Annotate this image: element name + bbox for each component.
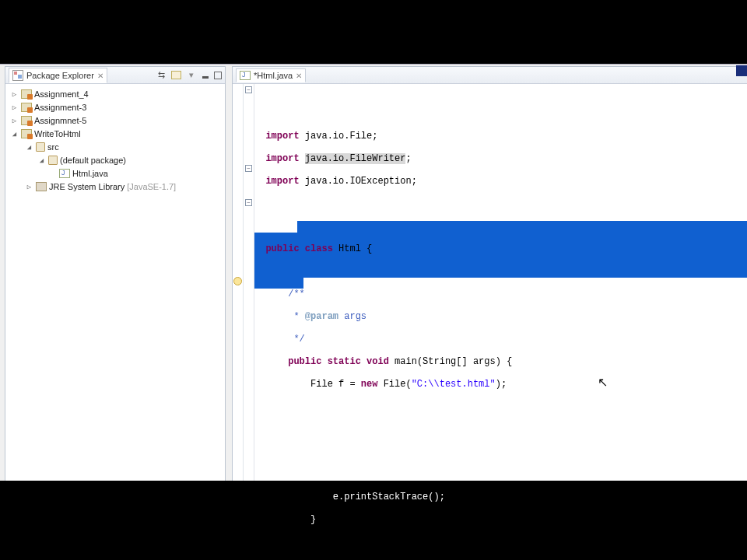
- letterbox-top: [0, 0, 747, 64]
- tree-label: WriteToHtml: [34, 129, 81, 138]
- explorer-title: Package Explorer: [26, 71, 94, 80]
- tree-label: JRE System Library: [49, 182, 124, 191]
- editor-tab-bar: *Html.java ✕: [233, 67, 747, 84]
- twisty-icon[interactable]: ▷: [10, 90, 19, 98]
- project-icon: [21, 116, 32, 125]
- close-icon[interactable]: ✕: [296, 72, 302, 80]
- tree-item[interactable]: ▷Assignment-3: [7, 100, 223, 114]
- link-editor-icon[interactable]: [171, 71, 181, 79]
- twisty-icon[interactable]: ◢: [37, 156, 46, 164]
- tree-item[interactable]: ▷Assignmnet-5: [7, 114, 223, 127]
- java-file-icon: [240, 71, 251, 80]
- editor-tab[interactable]: *Html.java ✕: [236, 68, 306, 82]
- view-menu-icon[interactable]: ▾: [186, 70, 197, 81]
- tree-item[interactable]: ◢src: [7, 140, 223, 153]
- java-file-icon: [59, 169, 70, 178]
- tree-label: Assignment-3: [34, 103, 86, 112]
- library-suffix: [JavaSE-1.7]: [127, 182, 176, 191]
- text-caret: [317, 515, 317, 525]
- twisty-icon[interactable]: ▷: [10, 117, 19, 124]
- package-explorer-icon: [12, 70, 23, 81]
- tree-label: Html.java: [72, 169, 108, 178]
- fold-toggle-icon[interactable]: −: [245, 199, 252, 206]
- package-icon: [48, 156, 58, 165]
- explorer-actions: ⇆ ▾: [156, 70, 222, 81]
- fold-toggle-icon[interactable]: −: [245, 165, 252, 172]
- eclipse-window: Package Explorer ✕ ⇆ ▾ ▷Assignment_4 ▷As…: [0, 64, 747, 481]
- tree-label: src: [47, 142, 59, 152]
- quickfix-icon[interactable]: [233, 277, 242, 285]
- selection-highlight: [254, 278, 303, 289]
- tree-item[interactable]: ◢(default package): [7, 153, 223, 166]
- tree-label: (default package): [60, 156, 126, 165]
- minimize-icon[interactable]: [202, 72, 209, 79]
- explorer-tab[interactable]: Package Explorer ✕: [9, 68, 107, 83]
- tree-label: Assignmnet-5: [34, 116, 86, 125]
- twisty-icon[interactable]: ▷: [10, 103, 19, 111]
- selection-highlight: [254, 233, 747, 278]
- tree-item[interactable]: ▷JRE System Library [JavaSE-1.7]: [7, 180, 223, 193]
- project-icon: [21, 129, 32, 138]
- editor-tab-label: *Html.java: [254, 71, 293, 80]
- library-icon: [36, 182, 47, 191]
- explorer-tab-bar: Package Explorer ✕ ⇆ ▾: [5, 67, 225, 84]
- twisty-icon[interactable]: ◢: [25, 143, 33, 151]
- top-toolbar: [0, 64, 747, 65]
- close-icon[interactable]: ✕: [97, 72, 103, 80]
- tree-item[interactable]: ▷Assignment_4: [7, 87, 223, 100]
- twisty-icon[interactable]: ▷: [25, 183, 33, 191]
- tree-item[interactable]: Html.java: [7, 166, 223, 180]
- maximize-icon[interactable]: [214, 72, 222, 79]
- project-icon: [21, 89, 32, 99]
- collapse-all-icon[interactable]: ⇆: [156, 70, 167, 81]
- project-icon: [21, 103, 32, 112]
- twisty-icon[interactable]: ◢: [10, 130, 19, 138]
- tree-item[interactable]: ◢WriteToHtml: [7, 127, 223, 140]
- src-folder-icon: [36, 142, 45, 152]
- tree-label: Assignment_4: [34, 89, 89, 99]
- selection-highlight: [297, 221, 747, 233]
- fold-toggle-icon[interactable]: −: [245, 86, 252, 93]
